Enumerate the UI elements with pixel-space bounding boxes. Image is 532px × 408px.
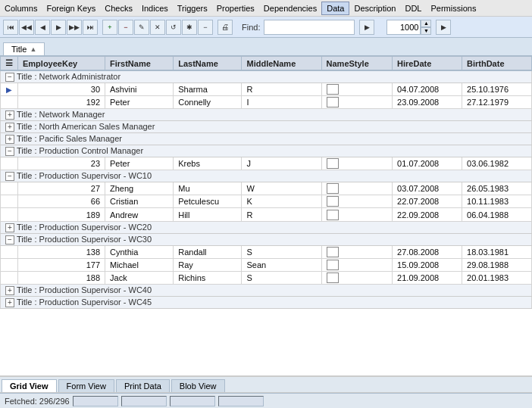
- hire-date-cell: 21.09.2008: [393, 271, 462, 284]
- table-row[interactable]: 188JackRichinsS21.09.200820.01.1983: [1, 271, 532, 284]
- name-style-checkbox[interactable]: [327, 183, 339, 194]
- collapse-icon[interactable]: −: [5, 147, 14, 156]
- nav-prev-page-button[interactable]: ◀◀: [19, 20, 34, 35]
- expand-icon[interactable]: +: [5, 111, 14, 120]
- refresh-button[interactable]: ↺: [166, 20, 181, 35]
- menu-description[interactable]: Description: [349, 2, 400, 14]
- table-row[interactable]: ▶30AshviniSharmaR04.07.200825.10.1976: [1, 83, 532, 96]
- name-style-cell: [321, 195, 393, 208]
- table-row[interactable]: 27ZhengMuW03.07.200826.05.1983: [1, 182, 532, 195]
- remove-filter-button[interactable]: −: [198, 20, 213, 35]
- table-row[interactable]: 66CristianPetculescuK22.07.200810.11.198…: [1, 195, 532, 208]
- hire-date-cell: 22.09.2008: [393, 208, 462, 221]
- name-style-cell: [321, 83, 393, 96]
- tab-form-view[interactable]: Form View: [58, 379, 114, 392]
- nav-first-button[interactable]: ⏮: [3, 20, 18, 35]
- filter-button[interactable]: ✱: [182, 20, 197, 35]
- collapse-icon[interactable]: −: [5, 73, 14, 82]
- hire-date-cell: 22.07.2008: [393, 195, 462, 208]
- group-label: Title : North American Sales Manager: [17, 122, 155, 131]
- tab-grid-view[interactable]: Grid View: [2, 379, 57, 392]
- group-header-row: +Title : Network Manager: [1, 109, 532, 121]
- menu-ddl[interactable]: DDL: [400, 2, 426, 14]
- table-row[interactable]: 189AndrewHillR22.09.200806.04.1988: [1, 208, 532, 221]
- birth-date-cell: 10.11.1983: [462, 195, 532, 208]
- expand-icon[interactable]: +: [5, 135, 14, 144]
- table-row[interactable]: 138CynthiaRandallS27.08.200818.03.1981: [1, 245, 532, 258]
- title-tab[interactable]: Title ▲: [3, 42, 45, 55]
- header-last-name[interactable]: LastName: [174, 57, 242, 71]
- header-employee-key[interactable]: EmployeeKey: [18, 57, 105, 71]
- employee-key-cell: 177: [18, 258, 105, 271]
- menu-checks[interactable]: Checks: [100, 2, 137, 14]
- first-name-cell: Cynthia: [105, 245, 174, 258]
- name-style-checkbox[interactable]: [327, 273, 339, 283]
- name-style-checkbox[interactable]: [327, 158, 339, 169]
- menu-triggers[interactable]: Triggers: [173, 2, 212, 14]
- status-text: Fetched: 296/296: [5, 397, 70, 406]
- print-button[interactable]: 🖨: [217, 20, 233, 35]
- middle-name-cell: R: [242, 83, 321, 96]
- delete-row-button[interactable]: −: [118, 20, 133, 35]
- menu-dependencies[interactable]: Dependencies: [259, 2, 321, 14]
- hire-date-cell: 23.09.2008: [393, 96, 462, 109]
- find-input[interactable]: [264, 20, 355, 35]
- tab-blob-view[interactable]: Blob View: [171, 379, 225, 392]
- collapse-icon[interactable]: −: [5, 235, 14, 244]
- grid-container[interactable]: ☰ EmployeeKey FirstName LastName MiddleN…: [0, 56, 532, 376]
- table-row[interactable]: 192PeterConnellyI23.09.200827.12.1979: [1, 96, 532, 109]
- name-style-checkbox[interactable]: [327, 196, 339, 207]
- title-tab-label: Title: [11, 45, 27, 54]
- birth-date-cell: 18.03.1981: [462, 245, 532, 258]
- expand-icon[interactable]: +: [5, 123, 14, 132]
- name-style-checkbox[interactable]: [327, 247, 339, 257]
- nav-last-button[interactable]: ⏭: [83, 20, 98, 35]
- header-name-style[interactable]: NameStyle: [321, 57, 393, 71]
- birth-date-cell: 25.10.1976: [462, 83, 532, 96]
- name-style-cell: [321, 271, 393, 284]
- spinner-up[interactable]: ▲: [421, 20, 431, 27]
- edit-button[interactable]: ✎: [134, 20, 149, 35]
- limit-input[interactable]: 1000: [386, 20, 421, 35]
- group-label: Title : Production Supervisor - WC20: [17, 223, 152, 232]
- header-middle-name[interactable]: MiddleName: [242, 57, 321, 71]
- expand-icon[interactable]: +: [5, 298, 14, 307]
- nav-next-button[interactable]: ▶: [51, 20, 66, 35]
- last-name-cell: Connelly: [174, 96, 242, 109]
- group-label: Title : Network Manager: [17, 110, 105, 119]
- last-name-cell: Hill: [174, 208, 242, 221]
- spinner-down[interactable]: ▼: [421, 27, 431, 35]
- table-row[interactable]: 23PeterKrebsJ01.07.200803.06.1982: [1, 157, 532, 170]
- menu-columns[interactable]: Columns: [0, 2, 42, 14]
- header-hire-date[interactable]: HireDate: [393, 57, 462, 71]
- menu-data[interactable]: Data: [321, 2, 349, 15]
- last-name-cell: Petculescu: [174, 195, 242, 208]
- name-style-checkbox[interactable]: [327, 260, 339, 270]
- bottom-tabs: Grid View Form View Print Data Blob View: [0, 376, 532, 393]
- group-label: Title : Network Administrator: [17, 72, 120, 81]
- collapse-icon[interactable]: −: [5, 172, 14, 181]
- menu-properties[interactable]: Properties: [212, 2, 259, 14]
- current-row-marker: ▶: [6, 86, 12, 94]
- last-name-cell: Randall: [174, 245, 242, 258]
- header-first-name[interactable]: FirstName: [105, 57, 174, 71]
- expand-icon[interactable]: +: [5, 286, 14, 295]
- menu-foreign-keys[interactable]: Foreign Keys: [42, 2, 100, 14]
- header-birth-date[interactable]: BirthDate: [462, 57, 532, 71]
- cancel-button[interactable]: ✕: [150, 20, 165, 35]
- menu-permissions[interactable]: Permissions: [426, 2, 480, 14]
- toolbar: ⏮ ◀◀ ◀ ▶ ▶▶ ⏭ + − ✎ ✕ ↺ ✱ − 🖨 Find: ▶ 10…: [0, 17, 532, 38]
- middle-name-cell: K: [242, 195, 321, 208]
- name-style-checkbox[interactable]: [327, 97, 339, 107]
- name-style-checkbox[interactable]: [327, 84, 339, 95]
- add-row-button[interactable]: +: [102, 20, 117, 35]
- apply-limit-button[interactable]: ▶: [436, 20, 451, 35]
- menu-indices[interactable]: Indices: [137, 2, 173, 14]
- nav-prev-button[interactable]: ◀: [35, 20, 50, 35]
- tab-print-data[interactable]: Print Data: [116, 379, 170, 392]
- find-go-button[interactable]: ▶: [359, 20, 374, 35]
- table-row[interactable]: 177MichaelRaySean15.09.200829.08.1988: [1, 258, 532, 271]
- expand-icon[interactable]: +: [5, 223, 14, 232]
- nav-next-page-button[interactable]: ▶▶: [67, 20, 82, 35]
- name-style-checkbox[interactable]: [327, 210, 339, 220]
